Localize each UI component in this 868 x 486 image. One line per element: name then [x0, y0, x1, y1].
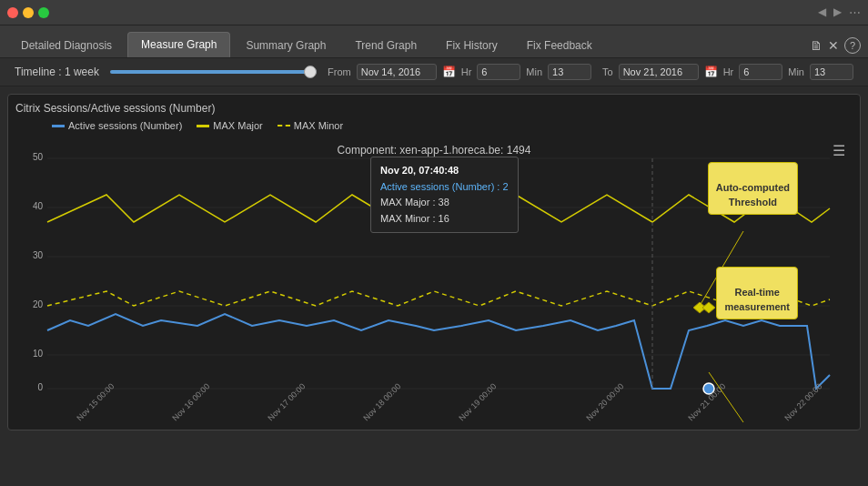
- from-label: From: [328, 66, 351, 77]
- annotation-threshold: Auto-computed Threshold: [708, 162, 798, 215]
- to-min-label: Min: [788, 66, 804, 77]
- annotation-realtime: Real-time measurement: [716, 267, 798, 319]
- svg-marker-15: [702, 302, 715, 313]
- timeline-slider[interactable]: [110, 66, 317, 78]
- svg-text:Nov 22 00:00: Nov 22 00:00: [782, 381, 823, 422]
- svg-text:30: 30: [33, 250, 44, 260]
- chart-container: Citrix Sessions/Active sessions (Number)…: [7, 94, 861, 430]
- tab-fix-history[interactable]: Fix History: [432, 33, 511, 57]
- svg-text:10: 10: [33, 349, 44, 359]
- window-controls: [7, 7, 49, 18]
- nav-right-icons: 🗎 ✕ ?: [810, 37, 861, 57]
- tooltip-date: Nov 20, 07:40:48: [380, 163, 509, 179]
- legend-major-label: MAX Major: [213, 120, 262, 131]
- svg-text:50: 50: [33, 152, 44, 162]
- slider-track: [110, 70, 317, 74]
- svg-text:20: 20: [33, 299, 44, 309]
- tab-measure-graph[interactable]: Measure Graph: [127, 32, 230, 57]
- svg-text:Nov 19 00:00: Nov 19 00:00: [457, 381, 498, 422]
- tooltip-minor: MAX Minor : 16: [380, 211, 509, 228]
- title-bar-icons: ◀ ▶ ⋯: [818, 5, 861, 19]
- chart-menu-button[interactable]: ☰: [833, 142, 845, 159]
- svg-text:Nov 17 00:00: Nov 17 00:00: [266, 381, 307, 422]
- from-date-input[interactable]: [357, 64, 437, 80]
- svg-text:Nov 16 00:00: Nov 16 00:00: [170, 381, 211, 422]
- svg-text:Nov 15 00:00: Nov 15 00:00: [75, 381, 116, 422]
- from-hr-label: Hr: [461, 66, 472, 77]
- tab-detailed-diagnosis[interactable]: Detailed Diagnosis: [7, 33, 126, 57]
- chart-svg-area: Component: xen-app-1.horeca.be: 1494 ☰ 5…: [15, 135, 853, 399]
- legend-max-minor: MAX Minor: [278, 120, 343, 131]
- title-bar: ◀ ▶ ⋯: [0, 0, 868, 25]
- to-date-input[interactable]: [619, 64, 699, 80]
- to-calendar-icon[interactable]: 📅: [704, 66, 718, 78]
- help-icon[interactable]: ?: [844, 37, 861, 54]
- annotation-realtime-text: Real-time measurement: [724, 287, 790, 311]
- document-icon[interactable]: 🗎: [810, 38, 823, 53]
- nav-tabs: Detailed Diagnosis Measure Graph Summary…: [0, 25, 868, 58]
- tooltip-major: MAX Major : 38: [380, 195, 509, 211]
- minimize-button[interactable]: [23, 7, 34, 18]
- svg-text:0: 0: [37, 382, 43, 392]
- forward-icon[interactable]: ▶: [833, 5, 842, 19]
- close-button[interactable]: [7, 7, 18, 18]
- svg-text:Nov 20 00:00: Nov 20 00:00: [584, 381, 625, 422]
- svg-text:40: 40: [33, 201, 44, 211]
- legend-minor-label: MAX Minor: [294, 120, 343, 131]
- to-hr-select[interactable]: 6: [739, 64, 782, 80]
- from-min-select[interactable]: 13: [548, 64, 591, 80]
- tab-fix-feedback[interactable]: Fix Feedback: [513, 33, 606, 57]
- legend-active-sessions: Active sessions (Number): [52, 120, 182, 131]
- legend-active-label: Active sessions (Number): [68, 120, 182, 131]
- svg-text:Nov 18 00:00: Nov 18 00:00: [361, 381, 402, 422]
- maximize-button[interactable]: [38, 7, 49, 18]
- to-min-select[interactable]: 13: [810, 64, 853, 80]
- slider-thumb[interactable]: [304, 66, 317, 78]
- tab-summary-graph[interactable]: Summary Graph: [232, 33, 339, 57]
- legend-max-major: MAX Major: [197, 120, 262, 131]
- settings-icon[interactable]: ⋯: [849, 5, 861, 19]
- to-hr-label: Hr: [723, 66, 734, 77]
- chart-legend: Active sessions (Number) MAX Major MAX M…: [15, 120, 853, 131]
- timeline-label: Timeline : 1 week: [15, 66, 99, 78]
- back-icon[interactable]: ◀: [818, 5, 826, 19]
- chart-title: Citrix Sessions/Active sessions (Number): [15, 102, 853, 115]
- chart-tooltip: Nov 20, 07:40:48 Active sessions (Number…: [370, 157, 519, 233]
- to-section: To 📅 Hr 6 Min 13: [602, 64, 853, 80]
- wrench-icon[interactable]: ✕: [828, 38, 839, 53]
- from-hr-select[interactable]: 6: [477, 64, 520, 80]
- to-label: To: [602, 66, 613, 77]
- tooltip-active: Active sessions (Number) : 2: [380, 179, 509, 196]
- from-min-label: Min: [526, 66, 542, 77]
- timeline-bar: Timeline : 1 week From 📅 Hr 6 Min 13 To …: [0, 58, 868, 86]
- annotation-threshold-text: Auto-computed Threshold: [716, 182, 790, 207]
- tab-trend-graph[interactable]: Trend Graph: [341, 33, 430, 57]
- component-label: Component: xen-app-1.horeca.be: 1494: [338, 144, 531, 157]
- from-calendar-icon[interactable]: 📅: [442, 66, 456, 78]
- from-section: From 📅 Hr 6 Min 13: [328, 64, 591, 80]
